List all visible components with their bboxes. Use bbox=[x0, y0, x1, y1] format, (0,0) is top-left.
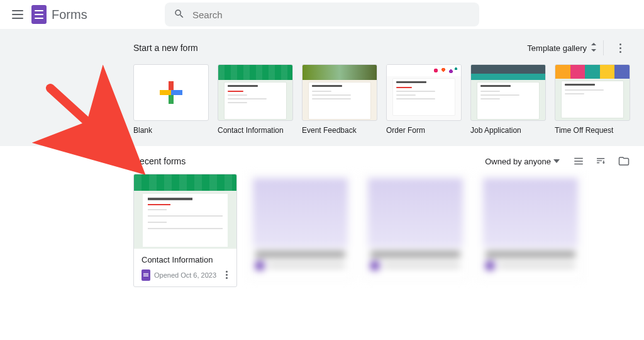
sort-az-icon bbox=[596, 156, 607, 167]
recent-doc-blurred bbox=[364, 174, 467, 281]
template-label: Job Application bbox=[470, 126, 546, 135]
sort-button[interactable] bbox=[595, 155, 608, 167]
recent-section-title: Recent forms bbox=[133, 156, 186, 166]
recent-forms-section: Recent forms Owned by anyone bbox=[0, 146, 644, 296]
more-vert-icon bbox=[619, 43, 621, 53]
doc-title: Contact Information bbox=[142, 255, 230, 264]
template-gallery-label: Template gallery bbox=[527, 43, 587, 53]
recent-doc-card[interactable]: Contact Information Opened Oct 6, 2023 bbox=[133, 174, 237, 287]
template-thumb bbox=[386, 64, 462, 121]
template-row: Blank Contact Information Event Feedback bbox=[133, 64, 630, 135]
template-gallery-button[interactable]: Template gallery bbox=[527, 43, 597, 54]
ownership-filter-button[interactable]: Owned by anyone bbox=[485, 157, 560, 166]
list-view-button[interactable] bbox=[572, 155, 585, 167]
template-contact-information[interactable]: Contact Information bbox=[218, 64, 293, 135]
recent-docs-row: Contact Information Opened Oct 6, 2023 bbox=[133, 174, 630, 287]
chevron-down-icon bbox=[553, 159, 560, 163]
template-more-button[interactable] bbox=[610, 38, 630, 58]
template-thumb bbox=[218, 64, 293, 121]
app-header: Forms bbox=[0, 0, 644, 29]
search-input[interactable] bbox=[192, 9, 470, 20]
template-label: Order Form bbox=[386, 126, 462, 135]
recent-doc-blurred bbox=[248, 174, 352, 281]
doc-more-button[interactable] bbox=[223, 268, 230, 281]
doc-thumbnail bbox=[134, 174, 236, 249]
template-order-form[interactable]: Order Form bbox=[386, 64, 462, 135]
hamburger-icon bbox=[12, 10, 23, 19]
ownership-filter-label: Owned by anyone bbox=[485, 157, 551, 166]
main-menu-button[interactable] bbox=[5, 2, 30, 27]
template-label: Blank bbox=[133, 126, 209, 135]
template-gallery-section: Start a new form Template gallery bbox=[0, 29, 644, 146]
list-icon bbox=[573, 156, 584, 167]
divider bbox=[603, 40, 604, 55]
search-bar[interactable] bbox=[165, 3, 479, 26]
template-thumb bbox=[302, 64, 377, 121]
app-title: Forms bbox=[52, 8, 87, 22]
forms-file-icon bbox=[142, 269, 150, 281]
template-thumb bbox=[470, 64, 546, 121]
template-time-off-request[interactable]: Time Off Request bbox=[555, 64, 630, 135]
forms-logo-icon[interactable] bbox=[31, 5, 47, 24]
folder-icon bbox=[618, 156, 630, 167]
plus-icon bbox=[160, 81, 182, 104]
template-thumb bbox=[555, 64, 630, 121]
template-section-title: Start a new form bbox=[133, 43, 198, 53]
template-label: Contact Information bbox=[218, 126, 293, 135]
search-icon bbox=[174, 8, 185, 21]
template-event-feedback[interactable]: Event Feedback bbox=[302, 64, 377, 135]
doc-opened-date: Opened Oct 6, 2023 bbox=[154, 271, 219, 279]
template-job-application[interactable]: Job Application bbox=[470, 64, 546, 135]
open-file-picker-button[interactable] bbox=[618, 155, 630, 167]
template-thumb bbox=[133, 64, 209, 121]
template-blank[interactable]: Blank bbox=[133, 64, 209, 135]
template-label: Time Off Request bbox=[555, 126, 630, 135]
expand-icon bbox=[591, 43, 597, 54]
template-label: Event Feedback bbox=[302, 126, 377, 135]
recent-doc-blurred bbox=[479, 174, 582, 281]
